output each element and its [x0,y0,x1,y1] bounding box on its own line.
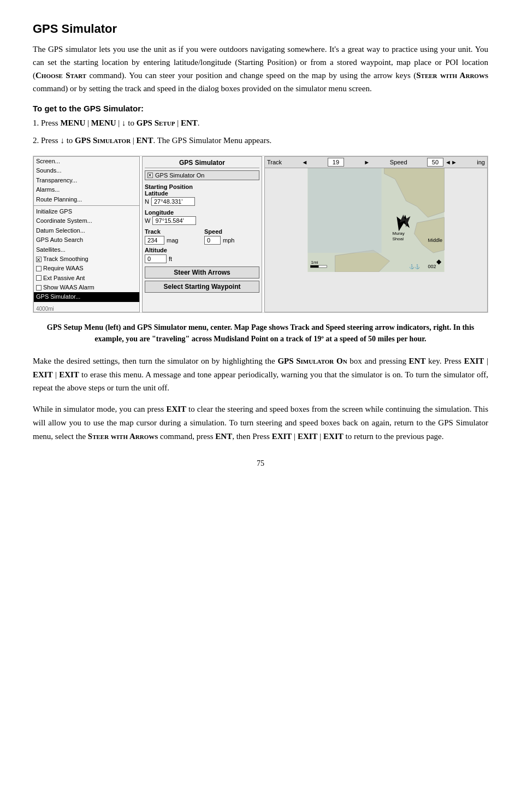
menu-item-coord-system: Coordinate System... [34,216,139,226]
track-smoothing-checkbox [36,257,42,262]
body2-exit: EXIT [166,405,186,413]
svg-rect-6 [311,265,319,268]
step1-menu2: MENU [91,118,116,127]
longitude-group: Longitude W 97°15.584' [145,209,259,225]
speed-header-value: 50 ◄► [427,158,457,167]
map-panel: Track ◄ 19 ► Speed 50 ◄► ing [264,156,488,312]
svg-text:Muray: Muray [393,231,405,236]
step2-ent: ENT [137,136,153,145]
step1-sep1: | [85,118,91,127]
body2-text3: command, press [158,432,215,441]
gps-on-checkbox [147,173,153,178]
step2-end: . The GPS Simulator Menu appears. [153,136,271,145]
menu-divider [34,205,139,206]
show-waas-checkbox [36,285,42,291]
step2-prefix: 2. Press ↓ to [33,136,75,145]
menu-item-gps-auto: GPS Auto Search [34,235,139,245]
altitude-row: 0 ft [145,254,259,263]
map-header: Track ◄ 19 ► Speed 50 ◄► ing [265,157,487,168]
step1-end: . [198,118,200,127]
steer-with-arrows-button[interactable]: Steer With Arrows [145,266,259,278]
speed-unit: mph [223,237,234,244]
body2-text4: , then Press [232,432,272,441]
speed-row: 0 mph [204,236,259,245]
track-unit: mag [167,237,178,244]
svg-text:002: 002 [428,264,436,269]
body2-text1: While in simulator mode, you can press [33,405,166,413]
body-paragraph-2: While in simulator mode, you can press E… [33,402,488,443]
longitude-row: W 97°15.584' [145,216,259,225]
latitude-row: N 27°48.331' [145,197,259,206]
menu-item-show-waas: Show WAAS Alarm [34,283,139,292]
speed-field: 50 [427,158,443,167]
body1-sep2: | [53,370,59,379]
svg-text:Shoal: Shoal [393,236,404,241]
body1-exit3: EXIT [59,370,79,379]
menu-scale: 4000mi [34,305,56,313]
body1-ent: ENT [409,357,426,365]
speed-arrows: ◄► [445,159,457,165]
body1-sep1: | [484,357,488,365]
require-waas-checkbox [36,266,42,271]
speed-label: Speed [204,228,259,235]
gps-setup-menu-panel: Screen... Sounds... Transparency... Alar… [33,156,140,312]
body1-text2: box and pressing [347,357,409,365]
svg-text:⚓: ⚓ [415,264,420,269]
step1-menu1: MENU [60,118,85,127]
track-arrow-left: ◄ [302,159,308,165]
body1-text3: key. Press [425,357,464,365]
body2-exit2: EXIT [272,432,292,441]
svg-rect-2 [308,168,382,253]
menu-item-satellites: Satellites... [34,245,139,254]
track-label: Track [145,228,200,235]
step1-ent: ENT [181,118,198,127]
map-svg: Middle Muray Shoal 1mi 002 ⚓ ⚓ ◆ [265,168,487,272]
track-arrow-right: ► [364,159,370,165]
track-row: 234 mag [145,236,200,245]
menu-item-init-gps: Initialize GPS [34,207,139,216]
body1-exit1: EXIT [464,357,484,365]
track-header-value: 19 [328,158,344,167]
svg-text:Middle: Middle [428,238,443,243]
heading-label: ing [477,159,485,165]
latitude-value: 27°48.331' [151,197,195,206]
body1-exit2: EXIT [33,370,53,379]
step-2: 2. Press ↓ to GPS Simulator | ENT. The G… [33,134,488,147]
menu-item-gps-simulator: GPS Simulator... [34,292,139,301]
intro-paragraph: The GPS simulator lets you use the unit … [33,43,488,95]
step1-sep2: | [175,118,181,127]
body1-gps-sim-on: GPS Simulator On [277,357,347,365]
menu-item-track-smoothing: Track Smoothing [34,254,139,264]
body1-text1: Make the desired settings, then turn the… [33,357,277,365]
altitude-unit: ft [169,256,172,262]
body-paragraph-1: Make the desired settings, then turn the… [33,354,488,395]
body2-sep2: | [318,432,324,441]
page-title: GPS Simulator [33,22,488,36]
figure-container: Screen... Sounds... Transparency... Alar… [33,156,488,313]
ext-passive-checkbox [36,275,42,281]
track-col: Track 234 mag [145,228,200,245]
body1-text4: to erase this menu. A message and tone a… [33,370,488,393]
altitude-label: Altitude [145,247,259,253]
steer-arrows-cmd: Steer with Arrows [416,71,488,80]
body2-steer-cmd: Steer with Arrows [88,432,158,441]
choose-start-cmd: Choose Start [35,71,86,80]
speed-header-label: Speed [390,159,407,165]
lon-prefix: W [145,217,150,224]
intro-text-3: command) or by setting the track and spe… [33,84,372,93]
menu-item-datum: Datum Selection... [34,226,139,235]
select-starting-waypoint-button[interactable]: Select Starting Waypoint [145,281,259,293]
body2-ent: ENT [215,432,232,441]
svg-text:⚓: ⚓ [409,264,415,269]
step-1: 1. Press MENU | MENU | ↓ to GPS Setup | … [33,116,488,129]
track-value: 234 [145,236,164,245]
gps-sim-title: GPS Simulator [145,159,259,168]
gps-on-row: GPS Simulator On [145,170,259,180]
svg-text:◆: ◆ [436,258,442,265]
track-speed-group: Track 234 mag Speed 0 mph [145,228,259,245]
step2-sep: | [131,136,137,145]
menu-item-screen: Screen... [34,157,139,166]
step1-prefix: 1. Press [33,118,60,127]
svg-text:1mi: 1mi [311,260,318,265]
figure-caption: GPS Setup Menu (left) and GPS Simulator … [33,322,488,345]
